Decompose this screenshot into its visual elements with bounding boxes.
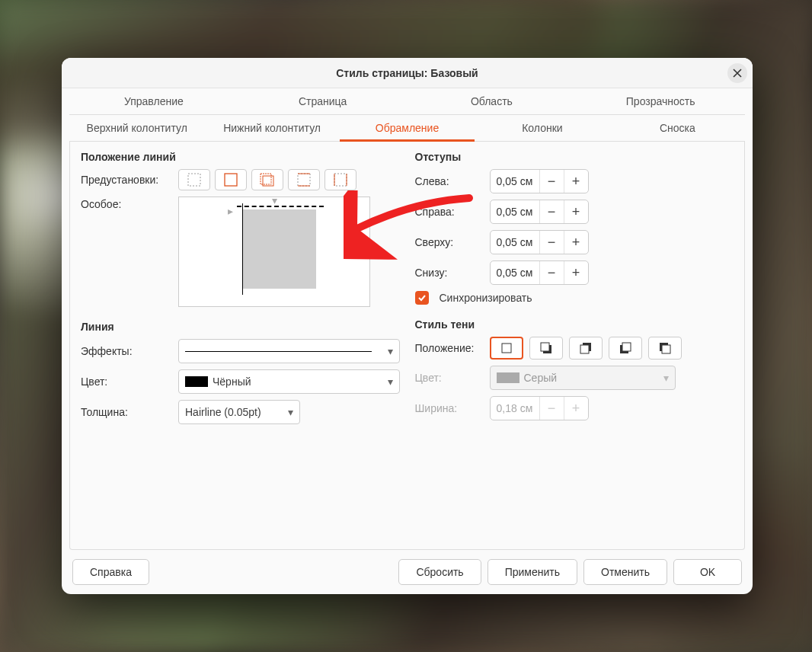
presets-label: Предустановки: xyxy=(81,174,172,186)
chevron-down-icon: ▾ xyxy=(388,376,393,388)
svg-rect-7 xyxy=(334,174,347,186)
tab-organizer[interactable]: Управление xyxy=(69,88,238,114)
shadow-pos-label: Положение: xyxy=(415,342,484,354)
preset-shadow-icon xyxy=(260,173,275,187)
titlebar: Стиль страницы: Базовый xyxy=(62,58,753,88)
section-line: Линия xyxy=(81,321,400,333)
apply-button[interactable]: Применить xyxy=(488,559,577,585)
page-style-dialog: Стиль страницы: Базовый Управление Стран… xyxy=(62,58,753,594)
preset-vert[interactable] xyxy=(324,169,356,190)
tab-columns[interactable]: Колонки xyxy=(475,115,609,141)
chevron-down-icon: ▾ xyxy=(288,406,293,418)
shadow-width-dec: − xyxy=(539,397,564,420)
titlebar-title: Стиль страницы: Базовый xyxy=(336,67,478,79)
help-button[interactable]: Справка xyxy=(72,559,149,585)
section-line-position: Положение линий xyxy=(81,151,400,163)
pad-right-inc[interactable]: + xyxy=(564,200,588,223)
section-padding: Отступы xyxy=(415,151,734,163)
sync-checkbox[interactable] xyxy=(415,291,429,305)
tab-page[interactable]: Страница xyxy=(238,88,408,114)
shadow-bl-icon xyxy=(619,342,631,354)
check-icon xyxy=(417,293,427,302)
custom-border-preview[interactable]: ▸ ▾ xyxy=(178,197,370,307)
dialog-footer: Справка Сбросить Применить Отменить OK xyxy=(62,550,753,594)
shadow-tr[interactable] xyxy=(569,337,603,360)
pad-bottom-input[interactable] xyxy=(491,261,539,284)
shadow-tl[interactable] xyxy=(648,337,682,360)
custom-label: Особое: xyxy=(81,197,172,210)
chevron-down-icon: ▾ xyxy=(663,372,669,384)
preset-none[interactable] xyxy=(178,169,210,190)
pad-top-field: − + xyxy=(490,230,589,254)
line-color-combo[interactable]: Чёрный ▾ xyxy=(178,369,400,394)
svg-rect-0 xyxy=(188,174,200,186)
pad-left-input[interactable] xyxy=(491,170,539,193)
pad-top-inc[interactable]: + xyxy=(564,231,588,254)
preset-vert-icon xyxy=(334,173,347,187)
top-arrow-icon: ▾ xyxy=(272,194,277,206)
pad-bottom-inc[interactable]: + xyxy=(564,261,588,284)
svg-rect-14 xyxy=(580,345,589,353)
pad-left-dec[interactable]: − xyxy=(539,170,564,193)
preset-box[interactable] xyxy=(215,169,247,190)
sync-label: Синхронизировать xyxy=(440,292,532,304)
shadow-width-field: − + xyxy=(490,396,589,420)
effects-combo[interactable]: ▾ xyxy=(178,339,400,363)
tab-area[interactable]: Область xyxy=(408,88,577,114)
shadow-bl[interactable] xyxy=(609,337,642,360)
line-width-value: Hairline (0.05pt) xyxy=(185,406,261,418)
tab-transparency[interactable]: Прозрачность xyxy=(576,88,745,114)
preview-inner xyxy=(243,209,316,289)
pad-left-inc[interactable]: + xyxy=(564,170,588,193)
svg-rect-10 xyxy=(502,344,511,353)
section-shadow: Стиль тени xyxy=(415,318,734,331)
shadow-width-inc: + xyxy=(564,397,588,420)
tab-row-1: Управление Страница Область Прозрачность xyxy=(69,88,745,115)
shadow-color-combo: Серый ▾ xyxy=(490,366,676,390)
svg-rect-4 xyxy=(298,174,310,186)
tab-footnote[interactable]: Сноска xyxy=(610,115,745,141)
close-icon xyxy=(733,69,742,78)
pad-top-label: Сверху: xyxy=(415,236,484,248)
close-button[interactable] xyxy=(727,63,747,83)
ok-button[interactable]: OK xyxy=(673,559,742,585)
pad-right-dec[interactable]: − xyxy=(539,200,564,223)
line-color-value: Чёрный xyxy=(213,376,251,388)
preset-horiz-icon xyxy=(297,173,311,187)
cancel-button[interactable]: Отменить xyxy=(583,559,667,585)
tab-header[interactable]: Верхний колонтитул xyxy=(69,115,204,141)
line-color-label: Цвет: xyxy=(81,376,172,388)
shadow-br-icon xyxy=(540,342,552,354)
pad-bottom-label: Снизу: xyxy=(415,267,484,279)
shadow-br[interactable] xyxy=(529,337,563,360)
line-sample-icon xyxy=(185,351,372,352)
preset-shadow[interactable] xyxy=(251,169,283,190)
tab-borders[interactable]: Обрамление xyxy=(340,115,475,141)
preset-horiz[interactable] xyxy=(288,169,320,190)
pad-bottom-dec[interactable]: − xyxy=(539,261,564,284)
pad-top-input[interactable] xyxy=(491,231,539,254)
shadow-tl-icon xyxy=(659,342,671,354)
chevron-down-icon: ▾ xyxy=(388,345,393,357)
pad-left-field: − + xyxy=(490,169,589,193)
line-width-combo[interactable]: Hairline (0.05pt) ▾ xyxy=(178,400,300,424)
shadow-color-value: Серый xyxy=(524,372,558,384)
reset-button[interactable]: Сбросить xyxy=(398,559,481,585)
pad-left-label: Слева: xyxy=(415,175,484,187)
svg-rect-18 xyxy=(662,345,670,353)
tabpanel: Положение линий Предустановки: xyxy=(69,142,745,550)
shadow-width-input xyxy=(491,397,539,420)
pad-right-input[interactable] xyxy=(491,200,539,223)
shadow-none-icon xyxy=(501,343,512,353)
left-arrow-icon: ▸ xyxy=(228,205,233,217)
pad-top-dec[interactable]: − xyxy=(539,231,564,254)
preview-top-dash xyxy=(237,206,324,207)
color-swatch-black xyxy=(185,376,208,387)
tab-footer[interactable]: Нижний колонтитул xyxy=(204,115,339,141)
shadow-none[interactable] xyxy=(490,337,523,360)
effects-label: Эффекты: xyxy=(81,345,172,357)
shadow-color-label: Цвет: xyxy=(415,372,484,384)
svg-rect-2 xyxy=(261,174,271,184)
svg-rect-16 xyxy=(622,343,631,351)
tab-row-2: Верхний колонтитул Нижний колонтитул Обр… xyxy=(69,115,745,142)
